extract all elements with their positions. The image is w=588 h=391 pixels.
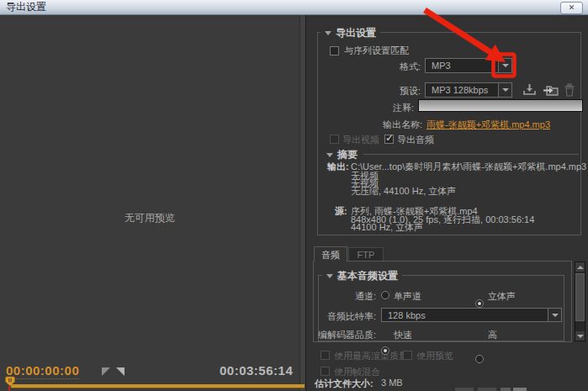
preset-dropdown-value: MP3 128kbps — [426, 83, 498, 97]
delete-preset-trash-icon[interactable] — [564, 83, 575, 97]
summary-rule — [363, 154, 579, 155]
export-audio-label: 导出音频 — [397, 134, 434, 146]
tab-ftp[interactable]: FTP — [348, 247, 384, 262]
summary-source-label: 源: — [335, 205, 347, 218]
use-preview-checkbox[interactable] — [403, 351, 412, 360]
summary-output-path: C:\User...top\秦时明月素材\雨蝶-张靓颖+邓紫棋.mp4.mp3 — [351, 161, 586, 173]
preset-dropdown[interactable]: MP3 128kbps — [425, 82, 512, 98]
bottom-button-edge — [501, 388, 511, 391]
current-timecode[interactable]: 00:00:00:00 — [6, 363, 79, 379]
codec-quality-label: 编解码器品质: — [290, 329, 376, 341]
close-icon: ✕ — [569, 3, 575, 12]
export-settings-header: 导出设置 — [320, 26, 380, 40]
bitrate-chevron-down-icon[interactable] — [548, 309, 561, 321]
duration-timecode: 00:03:56:14 — [220, 363, 293, 378]
preview-panel — [0, 15, 305, 391]
save-preset-icon[interactable] — [522, 82, 537, 97]
match-sequence-label: 与序列设置匹配 — [344, 45, 409, 57]
quality-fast-radio[interactable] — [381, 346, 389, 355]
scroll-down-icon[interactable] — [575, 331, 585, 341]
bottom-button-edge — [455, 388, 474, 391]
match-sequence-checkbox[interactable] — [330, 46, 339, 55]
summary-collapse-triangle-icon[interactable] — [326, 153, 333, 161]
preset-label: 预设: — [362, 85, 421, 98]
basic-audio-title: 基本音频设置 — [337, 269, 398, 283]
output-name-label: 输出名称: — [345, 119, 422, 131]
use-max-render-checkbox[interactable] — [320, 351, 330, 360]
basic-audio-collapse-triangle-icon[interactable] — [326, 274, 333, 282]
summary-output-detail: 无压缩, 44100 Hz, 立体声 — [351, 185, 456, 198]
quality-fast-label: 快速 — [394, 329, 412, 341]
channel-mono-label: 单声道 — [394, 290, 421, 303]
tab-audio-label: 音频 — [321, 250, 340, 260]
collapse-triangle-icon[interactable] — [325, 31, 331, 39]
timeline-work-area-bar[interactable] — [11, 384, 305, 388]
format-dropdown[interactable]: MP3 — [425, 58, 512, 73]
export-settings-title: 导出设置 — [336, 26, 376, 40]
estimated-size-label: 估计文件大小: — [315, 378, 373, 390]
use-frame-blend-checkbox[interactable] — [320, 367, 330, 376]
channel-label: 通道: — [296, 290, 376, 303]
basic-audio-header: 基本音频设置 — [322, 269, 402, 283]
channel-stereo-radio[interactable] — [475, 299, 484, 308]
import-preset-folder-icon[interactable] — [543, 82, 559, 97]
bottom-button-edge — [478, 388, 496, 391]
output-name-link[interactable]: 雨蝶-张靓颖+邓紫棋.mp4.mp3 — [426, 119, 550, 131]
comment-input[interactable] — [418, 99, 583, 112]
quality-high-label: 高 — [488, 329, 497, 341]
export-video-label: 导出视频 — [342, 134, 379, 146]
export-video-checkbox[interactable] — [330, 135, 339, 144]
use-preview-label: 使用预览 — [416, 350, 453, 362]
playhead-marker[interactable] — [5, 376, 15, 387]
tab-audio[interactable]: 音频 — [314, 246, 347, 262]
tab-ftp-label: FTP — [358, 250, 375, 260]
format-label: 格式: — [362, 61, 421, 73]
window-titlebar: 导出设置 — [0, 0, 588, 15]
use-frame-blend-label: 使用帧混合 — [334, 366, 380, 378]
format-dropdown-value: MP3 — [426, 59, 498, 72]
bitrate-dropdown[interactable]: 128 kbps — [381, 308, 562, 322]
check-icon: ✓ — [385, 132, 394, 144]
quality-high-radio[interactable] — [475, 355, 484, 363]
summary-source-detail: 44100 Hz, 立体声 — [351, 221, 423, 234]
bitrate-dropdown-value: 128 kbps — [382, 309, 548, 321]
export-settings-dialog: 导出设置 ✕ 无可用预览 00:00:00:00 00:03:56:14 导出设… — [0, 0, 588, 391]
export-audio-checkbox[interactable]: ✓ — [384, 135, 394, 144]
channel-stereo-label: 立体声 — [488, 290, 516, 303]
use-max-render-label: 使用最高渲染质量 — [334, 350, 408, 362]
bitrate-label: 音频比特率: — [296, 310, 376, 323]
scrollbar-thumb[interactable] — [575, 273, 585, 321]
close-button[interactable]: ✕ — [560, 2, 583, 14]
window-title: 导出设置 — [6, 1, 46, 13]
estimated-size-value: 3 MB — [381, 378, 403, 388]
format-chevron-down-icon[interactable] — [498, 59, 511, 72]
summary-output-label: 输出: — [327, 161, 349, 173]
preset-chevron-down-icon[interactable] — [498, 83, 511, 97]
bottom-button-edge — [513, 388, 527, 391]
no-preview-text: 无可用预览 — [0, 211, 299, 225]
scroll-up-icon[interactable] — [575, 262, 585, 272]
channel-mono-radio[interactable] — [381, 291, 389, 299]
comment-label: 注释: — [353, 102, 414, 114]
